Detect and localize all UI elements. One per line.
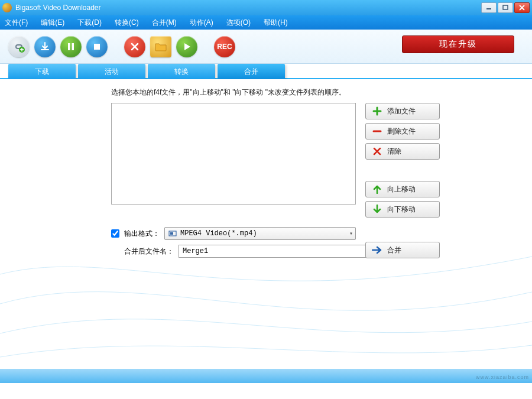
- filename-input[interactable]: [179, 245, 370, 258]
- minimize-button[interactable]: [481, 2, 497, 13]
- arrow-down-icon: [372, 204, 382, 215]
- move-down-label: 向下移动: [387, 205, 416, 215]
- menu-file[interactable]: 文件(F): [5, 18, 28, 28]
- delete-button[interactable]: [124, 36, 145, 57]
- pause-icon: [67, 43, 75, 51]
- upgrade-button[interactable]: 现在升级: [402, 35, 514, 53]
- play-icon: [183, 43, 191, 51]
- maximize-icon: [502, 5, 508, 11]
- filename-row: 合并后文件名：: [111, 245, 370, 258]
- filename-label: 合并后文件名：: [124, 246, 174, 257]
- tab-merge[interactable]: 合并: [218, 64, 285, 79]
- menu-download[interactable]: 下载(D): [77, 18, 102, 28]
- svg-rect-9: [170, 232, 173, 235]
- delete-file-button[interactable]: 删除文件: [365, 123, 440, 140]
- menu-convert[interactable]: 转换(C): [115, 18, 139, 28]
- tab-download[interactable]: 下载: [8, 64, 76, 79]
- x-icon: [131, 43, 139, 51]
- add-file-button[interactable]: 添加文件: [365, 103, 440, 119]
- download-button[interactable]: [34, 36, 56, 57]
- move-down-button[interactable]: 向下移动: [365, 201, 440, 218]
- clear-label: 清除: [387, 147, 401, 157]
- app-icon: [2, 3, 12, 12]
- download-icon: [40, 41, 50, 52]
- menu-action[interactable]: 动作(A): [190, 18, 213, 28]
- minimize-icon: [486, 5, 492, 11]
- menu-help[interactable]: 帮助(H): [264, 18, 288, 28]
- menu-options[interactable]: 选项(O): [226, 18, 251, 28]
- play-button[interactable]: [176, 36, 197, 57]
- rec-label: REC: [217, 43, 232, 51]
- stop-button[interactable]: [86, 36, 108, 57]
- clear-button[interactable]: 清除: [365, 143, 440, 160]
- delete-file-label: 删除文件: [387, 126, 416, 137]
- svg-rect-5: [68, 43, 70, 50]
- output-format-checkbox[interactable]: [111, 229, 119, 238]
- background-decoration: [0, 239, 532, 369]
- close-button[interactable]: [514, 2, 530, 13]
- window-controls: [481, 2, 530, 13]
- output-format-combo[interactable]: MPEG4 Video(*.mp4) ▾: [164, 227, 356, 240]
- titlebar: Bigasoft Video Downloader: [0, 0, 532, 15]
- close-icon: [519, 5, 525, 11]
- merge-button-area: 合并: [365, 242, 440, 258]
- tab-activity[interactable]: 活动: [78, 64, 145, 79]
- svg-rect-7: [94, 44, 100, 50]
- maximize-button[interactable]: [498, 2, 513, 13]
- side-buttons: 添加文件 删除文件 清除 向上移动 向下移动: [365, 103, 440, 218]
- tab-convert[interactable]: 转换: [148, 64, 215, 79]
- stop-icon: [93, 43, 101, 51]
- add-file-label: 添加文件: [387, 106, 416, 116]
- open-folder-button[interactable]: [150, 36, 171, 57]
- pause-button[interactable]: [60, 36, 82, 57]
- output-format-value: MPEG4 Video(*.mp4): [180, 229, 257, 238]
- video-format-icon: [168, 229, 177, 238]
- output-format-label: 输出格式：: [124, 229, 160, 239]
- move-up-label: 向上移动: [387, 184, 416, 194]
- move-up-button[interactable]: 向上移动: [365, 181, 440, 197]
- merge-label: 合并: [387, 245, 401, 255]
- folder-icon: [155, 42, 167, 51]
- link-icon: [13, 41, 25, 53]
- output-format-row: 输出格式： MPEG4 Video(*.mp4) ▾: [111, 227, 356, 240]
- add-url-button[interactable]: [8, 36, 30, 57]
- svg-rect-6: [72, 43, 74, 50]
- merge-arrow-icon: [372, 245, 382, 255]
- arrow-up-icon: [372, 184, 382, 194]
- record-button[interactable]: REC: [214, 36, 235, 57]
- watermark: www.xiazaiba.com: [476, 374, 529, 380]
- dropdown-icon: ▾: [349, 230, 353, 237]
- svg-rect-1: [503, 5, 508, 9]
- menu-edit[interactable]: 编辑(E): [41, 18, 64, 28]
- merge-button[interactable]: 合并: [365, 242, 440, 258]
- merge-panel: 选择您本地的f4f文件，用"向上移动"和 "向下移动 "来改变文件列表的顺序。 …: [0, 79, 532, 383]
- menubar: 文件(F) 编辑(E) 下载(D) 转换(C) 合并(M) 动作(A) 选项(O…: [0, 15, 532, 30]
- menu-merge[interactable]: 合并(M): [152, 18, 177, 28]
- instruction-text: 选择您本地的f4f文件，用"向上移动"和 "向下移动 "来改变文件列表的顺序。: [111, 87, 520, 98]
- status-bar: [0, 369, 532, 383]
- toolbar: REC 现在升级: [0, 30, 532, 64]
- file-list[interactable]: [111, 103, 356, 205]
- minus-icon: [372, 126, 382, 137]
- plus-icon: [372, 106, 382, 116]
- clear-x-icon: [372, 146, 382, 157]
- tab-row: 下载 活动 转换 合并: [0, 64, 532, 79]
- window-title: Bigasoft Video Downloader: [15, 4, 481, 12]
